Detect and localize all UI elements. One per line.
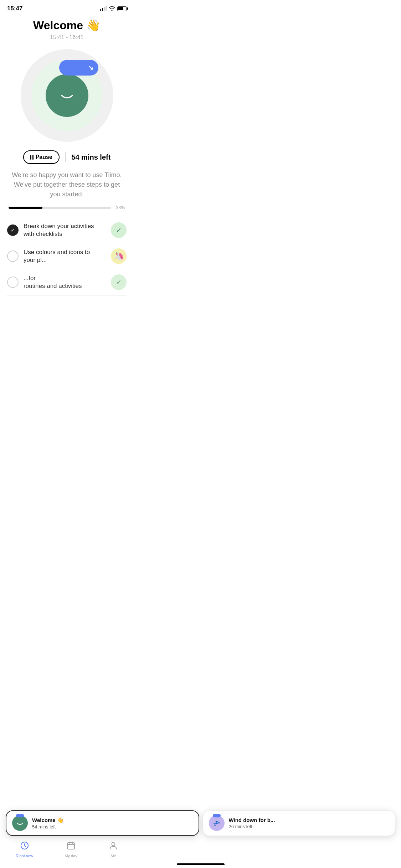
checklist-text: Use colours and icons toyour pl... <box>24 248 90 264</box>
checklist-item[interactable]: ✓ Break down your activitieswith checkli… <box>7 217 127 243</box>
time-range: 15:41 - 16:41 <box>7 34 127 41</box>
main-content: Welcome 👋 15:41 - 16:41 ↘ Pa <box>0 15 134 367</box>
check-circle-empty <box>7 250 19 262</box>
pause-button[interactable]: Pause <box>23 150 60 164</box>
checklist-text: Break down your activitieswith checklist… <box>24 222 94 238</box>
progress-fill <box>9 207 42 209</box>
checklist-text: ...forroutines and activities <box>24 274 82 290</box>
progress-pill: ↘ <box>59 60 98 76</box>
right-check-icon: ✓ <box>111 222 127 238</box>
description-text: We're so happy you want to use Tiimo. We… <box>7 170 127 199</box>
unicorn-icon: 🦄 <box>111 248 127 264</box>
progress-percent: 33% <box>114 205 125 210</box>
checklist-item[interactable]: Use colours and icons toyour pl... 🦄 <box>7 243 127 269</box>
checklist-section: ✓ Break down your activitieswith checkli… <box>7 217 127 296</box>
status-icons <box>100 6 127 12</box>
progress-row: 33% <box>7 205 127 210</box>
status-time: 15:47 <box>7 5 22 12</box>
page-title: Welcome 👋 <box>7 19 127 32</box>
timer-circle: ↘ <box>21 49 113 142</box>
green-icon: ✓ <box>111 274 127 290</box>
progress-arrow: ↘ <box>88 64 93 72</box>
battery-icon <box>117 6 127 11</box>
mins-left: 54 mins left <box>71 153 110 161</box>
wifi-icon <box>109 6 115 12</box>
divider <box>65 152 66 162</box>
check-circle-empty <box>7 277 19 288</box>
check-circle-done: ✓ <box>7 224 19 236</box>
pause-label: Pause <box>36 154 52 160</box>
checklist-item[interactable]: ...forroutines and activities ✓ <box>7 269 127 295</box>
inner-circle <box>46 74 88 117</box>
pause-icon <box>30 155 34 160</box>
status-bar: 15:47 <box>0 0 134 15</box>
checkmark-icon: ✓ <box>11 227 15 233</box>
signal-icon <box>100 6 107 11</box>
action-row: Pause 54 mins left <box>7 150 127 164</box>
smile-icon <box>58 90 76 101</box>
progress-bar <box>9 207 111 209</box>
